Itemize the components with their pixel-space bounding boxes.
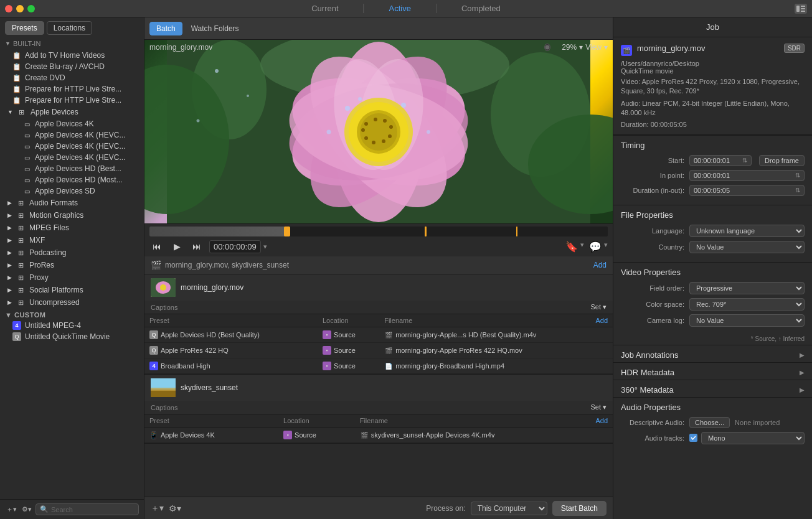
sidebar-item-tv-home[interactable]: 📋 Add to TV Home Videos [0,50,144,61]
color-space-select[interactable]: Rec. 709* [689,298,805,311]
sidebar-group-label: Motion Graphics [29,211,83,220]
tab-current[interactable]: Current [286,1,363,16]
bookmark-button[interactable]: 🔖 [565,241,578,253]
batch-tab-button[interactable]: Batch [149,22,182,35]
close-button[interactable] [5,5,12,12]
sidebar-group-uncompressed[interactable]: ▶ ⊞ Uncompressed [0,296,144,309]
sidebar-item-apple-hd-most[interactable]: ▭ Apple Devices HD (Most... [0,174,144,185]
sidebar-group-audio-formats[interactable]: ▶ ⊞ Audio Formats [0,197,144,209]
presets-tab[interactable]: Presets [5,21,44,35]
watch-folders-button[interactable]: Watch Folders [185,22,245,35]
play-button[interactable]: ▶ [169,239,184,254]
field-order-select[interactable]: Progressive [689,282,805,294]
sidebar-group-motion-graphics[interactable]: ▶ ⊞ Motion Graphics [0,209,144,222]
sidebar-item-label: Prepare for HTTP Live Stre... [25,85,121,93]
audio-tracks-checkbox-row: Mono [689,432,805,444]
sidebar-group-prores[interactable]: ▶ ⊞ ProRes [0,259,144,271]
timeline-track[interactable] [149,227,608,236]
search-box[interactable]: 🔍 Search [35,503,139,515]
sidebar-item-bluray[interactable]: 📋 Create Blu-ray / AVCHD [0,61,144,72]
speech-bubble-button[interactable]: 💬 [589,241,602,253]
batch-item-morning-glory-header[interactable]: morning_glory.mov [144,274,613,301]
preset-col-header: Preset [144,314,318,327]
sidebar-item-untitled-mpeg4[interactable]: 4 Untitled MPEG-4 [0,320,144,331]
batch-item-skydivers-header[interactable]: skydivers_sunset [144,375,613,401]
skydivers-add-button[interactable]: Add [595,417,608,424]
step-back-button[interactable]: ⏮ [149,239,164,254]
sidebar-group-apple-devices[interactable]: ▼ ⊞ Apple Devices [0,106,144,118]
sidebar-item-apple-hd-best[interactable]: ▭ Apple Devices HD (Best... [0,163,144,174]
sidebar-group-social[interactable]: ▶ ⊞ Social Platforms [0,284,144,296]
hdr-metadata-header[interactable]: HDR Metadata ▶ [613,362,812,380]
table-row[interactable]: 4 Broadband High ▪ Source [144,358,613,374]
step-forward-button[interactable]: ⏭ [189,239,204,254]
hdr-metadata-title: HDR Metadata [621,368,674,377]
sidebar-content: ▼ BUILT-IN 📋 Add to TV Home Videos 📋 Cre… [0,35,144,499]
locations-tab[interactable]: Locations [47,21,92,35]
sidebar-item-apple-4k[interactable]: ▭ Apple Devices 4K [0,118,144,129]
sidebar-group-podcasting[interactable]: ▶ ⊞ Podcasting [0,246,144,259]
sidebar-item-apple-4k-hevc3[interactable]: ▭ Apple Devices 4K (HEVC... [0,152,144,163]
sidebar-group-label: Podcasting [29,248,66,257]
table-row[interactable]: Q Apple Devices HD (Best Quality) ▪ Sour… [144,327,613,343]
drop-frame-button[interactable]: Drop frame [759,155,805,166]
country-select[interactable]: No Value [689,241,805,253]
builtin-section-header[interactable]: ▼ BUILT-IN [0,37,144,50]
computer-select[interactable]: This Computer [471,502,547,515]
job-annotations-header[interactable]: Job Annotations ▶ [613,345,812,362]
batch-header-text: morning_glory.mov, skydivers_sunset [165,261,289,269]
sidebar-group-mpeg[interactable]: ▶ ⊞ MPEG Files [0,222,144,234]
add-item-button[interactable]: ＋▾ [151,503,164,514]
table-row[interactable]: Q Apple ProRes 422 HQ ▪ Source [144,343,613,358]
language-select[interactable]: Unknown language [689,225,805,237]
timeline-fill [149,227,287,236]
svg-rect-1 [801,6,805,7]
preset-icon: ▭ [22,131,31,139]
timeline-thumb[interactable] [284,227,290,236]
zoom-chevron-icon: ▾ [579,43,583,52]
job-audio-info: Audio: Linear PCM, 24-bit Integer (Littl… [621,99,805,118]
start-timecode-field[interactable]: 00:00:00:01 ⇅ [689,155,752,166]
in-point-field[interactable]: 00:00:00:01 ⇅ [689,170,805,181]
fullscreen-button[interactable] [27,5,35,12]
timing-section-header: Timing [613,135,812,152]
mpeg-icon: ⊞ [16,223,26,233]
timecode-value[interactable]: 00:00:00:09 [209,240,261,253]
tab-active[interactable]: Active [364,1,436,16]
start-batch-button[interactable]: Start Batch [552,501,607,516]
audio-checkbox[interactable] [689,434,697,442]
view-button[interactable]: View [585,43,602,52]
file-icon: 🎬 [384,346,393,355]
duration-field[interactable]: 00:00:05:05 ⇅ [689,185,805,196]
sidebar-item-apple-4k-hevc1[interactable]: ▭ Apple Devices 4K (HEVC... [0,129,144,141]
file-icon: 🎬 [384,330,393,339]
sidebar-item-label: Untitled MPEG-4 [25,321,81,330]
tab-completed[interactable]: Completed [437,1,526,16]
sidebar-item-http2[interactable]: 📋 Prepare for HTTP Live Stre... [0,95,144,106]
360-metadata-header[interactable]: 360° Metadata ▶ [613,380,812,397]
filename-cell: 🎬 morning-glory-Apple ProRes 422 HQ.mov [379,343,613,358]
sidebar-group-proxy[interactable]: ▶ ⊞ Proxy [0,271,144,284]
sidebar-item-http1[interactable]: 📋 Prepare for HTTP Live Stre... [0,83,144,95]
sidebar-group-mxf[interactable]: ▶ ⊞ MXF [0,234,144,246]
sidebar-toggle-button[interactable] [795,4,807,14]
sidebar-item-untitled-qt[interactable]: Q Untitled QuickTime Movie [0,331,144,342]
location-cell: ▪ Source [318,343,379,358]
settings-button[interactable]: ⚙▾ [169,503,181,513]
table-row[interactable]: 📱 Apple Devices 4K ▪ Source [144,428,613,443]
preset-settings-button[interactable]: ⚙▾ [21,504,33,515]
audio-tracks-select[interactable]: Mono [701,432,805,444]
skydivers-captions-set-button[interactable]: Set ▾ [590,403,607,411]
field-order-label: Field order: [621,284,689,292]
sidebar-item-apple-sd[interactable]: ▭ Apple Devices SD [0,185,144,197]
batch-add-button[interactable]: Add [593,261,607,269]
choose-button[interactable]: Choose... [689,417,730,428]
sidebar-item-dvd[interactable]: 📋 Create DVD [0,72,144,83]
preset-add-button[interactable]: Add [595,317,608,324]
camera-log-select[interactable]: No Value [689,314,805,327]
toggle-icon[interactable] [544,42,559,52]
sidebar-item-apple-4k-hevc2[interactable]: ▭ Apple Devices 4K (HEVC... [0,141,144,152]
add-preset-button[interactable]: ＋▾ [5,503,18,515]
minimize-button[interactable] [16,5,24,12]
captions-set-button[interactable]: Set ▾ [590,303,607,311]
